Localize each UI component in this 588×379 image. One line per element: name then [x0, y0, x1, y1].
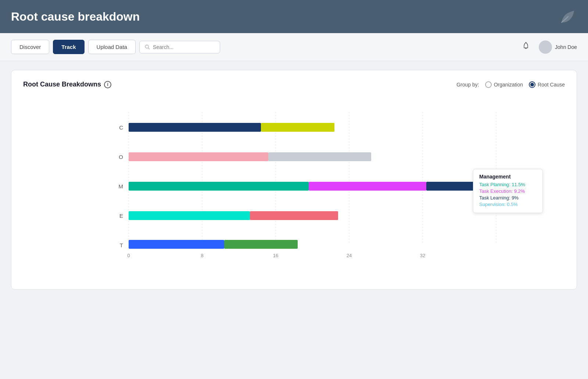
track-button[interactable]: Track	[53, 40, 84, 54]
bar-o-seg1	[129, 152, 268, 161]
org-radio-label: Organization	[494, 82, 523, 88]
group-by-controls: Group by: Organization Root Cause	[456, 81, 565, 88]
tooltip-row-4: Supervision: 0.5%	[479, 202, 537, 207]
info-icon[interactable]: i	[104, 81, 111, 88]
upload-data-button[interactable]: Upload Data	[88, 40, 136, 54]
bar-t-seg1	[129, 240, 224, 249]
discover-button[interactable]: Discover	[11, 40, 49, 54]
leaf-logo-icon	[559, 8, 577, 25]
bar-m-seg2	[309, 182, 426, 191]
search-icon	[145, 44, 150, 50]
tooltip-row-2: Task Execution: 9.2%	[479, 188, 537, 194]
svg-text:E: E	[119, 213, 123, 219]
org-radio-option[interactable]: Organization	[485, 81, 523, 88]
search-input[interactable]	[153, 44, 215, 50]
root-cause-radio-option[interactable]: Root Cause	[529, 81, 565, 88]
search-box	[139, 41, 220, 53]
org-radio-circle	[485, 81, 492, 88]
svg-text:16: 16	[273, 253, 278, 258]
user-area: John Doe	[539, 40, 577, 54]
username-label: John Doe	[555, 44, 577, 50]
root-cause-radio-circle	[529, 81, 535, 88]
bar-e-seg2	[250, 211, 338, 220]
navbar: Discover Track Upload Data John Doe	[0, 33, 588, 61]
svg-text:0: 0	[127, 253, 130, 258]
chart-container: C O M E T	[23, 97, 565, 279]
bar-c-seg2	[261, 123, 334, 132]
management-tooltip: Management Task Planning: 11.5% Task Exe…	[473, 169, 543, 213]
tooltip-row-1: Task Planning: 11.5%	[479, 182, 537, 187]
bar-m-seg1	[129, 182, 309, 191]
svg-text:T: T	[120, 242, 123, 248]
svg-text:C: C	[119, 124, 123, 131]
bell-button[interactable]	[519, 40, 533, 53]
svg-text:32: 32	[420, 253, 425, 258]
svg-line-1	[148, 48, 149, 49]
card-title-area: Root Cause Breakdowns i	[23, 81, 111, 88]
main-content: Root Cause Breakdowns i Group by: Organi…	[0, 61, 588, 298]
svg-text:M: M	[119, 183, 123, 190]
navbar-right: John Doe	[519, 40, 577, 54]
bell-icon	[522, 42, 530, 50]
svg-text:24: 24	[347, 253, 352, 258]
avatar	[539, 40, 552, 54]
group-by-label: Group by:	[456, 82, 479, 88]
bar-o-seg2	[268, 152, 371, 161]
root-cause-radio-label: Root Cause	[538, 82, 565, 88]
page-title: Root cause breakdown	[11, 10, 140, 24]
svg-text:8: 8	[201, 253, 203, 258]
card-title-text: Root Cause Breakdowns	[23, 81, 101, 88]
bar-e-seg1	[129, 211, 250, 220]
page-header: Root cause breakdown	[0, 0, 588, 33]
tooltip-title: Management	[479, 174, 537, 180]
card-header: Root Cause Breakdowns i Group by: Organi…	[23, 81, 565, 88]
bar-c-seg1	[129, 123, 261, 132]
tooltip-row-3: Task Learning: 9%	[479, 195, 537, 201]
root-cause-card: Root Cause Breakdowns i Group by: Organi…	[11, 70, 577, 290]
svg-text:O: O	[119, 154, 123, 160]
bar-t-seg2	[224, 240, 298, 249]
